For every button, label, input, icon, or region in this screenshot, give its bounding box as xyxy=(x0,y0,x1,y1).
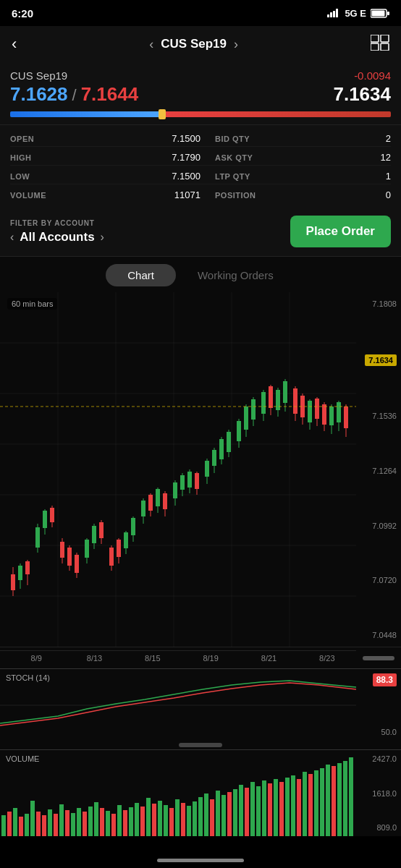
svg-rect-93 xyxy=(293,388,297,414)
place-order-button[interactable]: Place Order xyxy=(290,216,391,247)
svg-rect-166 xyxy=(326,765,330,836)
prev-symbol-button[interactable]: ‹ xyxy=(149,37,153,52)
svg-rect-150 xyxy=(233,789,237,836)
svg-rect-47 xyxy=(109,548,114,566)
y-label-3: 7.1264 xyxy=(372,467,397,475)
svg-rect-153 xyxy=(250,782,255,836)
svg-rect-161 xyxy=(297,779,301,836)
svg-rect-8 xyxy=(381,35,389,42)
svg-rect-31 xyxy=(43,511,47,528)
svg-rect-83 xyxy=(251,399,256,420)
svg-rect-159 xyxy=(285,778,290,836)
ask-qty-label: ASK QTY xyxy=(215,153,253,162)
status-time: 6:20 xyxy=(12,7,33,20)
ltp-qty-label: LTP QTY xyxy=(215,172,250,181)
main-chart-area[interactable]: 60 min bars xyxy=(0,292,356,647)
position-label: POSITION xyxy=(215,191,256,200)
svg-rect-67 xyxy=(187,472,192,488)
svg-rect-130 xyxy=(117,805,122,836)
svg-rect-37 xyxy=(67,548,72,566)
stoch-chart[interactable]: STOCH (14) xyxy=(0,669,356,741)
svg-rect-103 xyxy=(329,407,334,425)
svg-rect-148 xyxy=(221,795,226,836)
next-symbol-button[interactable]: › xyxy=(234,37,238,52)
svg-rect-75 xyxy=(219,439,224,459)
svg-rect-118 xyxy=(48,809,52,836)
svg-rect-25 xyxy=(18,566,22,580)
stoch-y-axis: 88.3 50.0 xyxy=(356,669,401,741)
svg-rect-51 xyxy=(124,532,128,548)
svg-rect-57 xyxy=(148,495,153,511)
volume-chart[interactable]: VOLUME xyxy=(0,750,356,836)
high-label: HIGH xyxy=(10,153,32,162)
svg-rect-29 xyxy=(35,527,40,548)
svg-rect-10 xyxy=(381,43,389,51)
battery-icon xyxy=(371,9,389,18)
svg-rect-122 xyxy=(71,813,75,836)
svg-rect-77 xyxy=(227,432,231,452)
svg-rect-23 xyxy=(11,574,15,590)
nav-bar: ‹ ‹ CUS Sep19 › xyxy=(0,26,401,62)
stoch-svg xyxy=(0,669,356,741)
open-row: OPEN 7.1500 xyxy=(10,131,200,147)
tab-chart[interactable]: Chart xyxy=(106,264,176,286)
account-selector[interactable]: ‹ All Accounts › xyxy=(10,230,104,244)
low-row: LOW 7.1500 xyxy=(10,169,200,184)
svg-rect-85 xyxy=(261,392,266,414)
svg-rect-141 xyxy=(181,803,185,836)
vol-y-2: 1618.0 xyxy=(372,789,397,798)
svg-rect-128 xyxy=(106,811,110,836)
volume-value: 11071 xyxy=(174,190,200,200)
svg-rect-5 xyxy=(372,10,385,16)
market-data-right: BID QTY 2 ASK QTY 12 LTP QTY 1 POSITION … xyxy=(200,131,391,203)
candlestick-chart xyxy=(0,292,356,647)
x-axis-spacer xyxy=(356,650,401,665)
filter-label: FILTER BY ACCOUNT xyxy=(10,219,104,227)
svg-rect-6 xyxy=(387,12,389,15)
drag-handle[interactable] xyxy=(179,743,222,747)
svg-rect-163 xyxy=(308,774,313,836)
x-label-1: 8/9 xyxy=(7,654,65,663)
account-text: All Accounts xyxy=(20,230,94,244)
x-axis: 8/9 8/13 8/15 8/19 8/21 8/23 xyxy=(0,650,356,665)
chart-y-axis: 7.1808 7.1634 7.1536 7.1264 7.0992 7.072… xyxy=(356,292,401,647)
status-bar: 6:20 5G E xyxy=(0,0,401,26)
ask-qty-row: ASK QTY 12 xyxy=(200,150,391,166)
x-label-4: 8/19 xyxy=(182,654,240,663)
price-bar-blue xyxy=(10,111,162,117)
svg-rect-2 xyxy=(333,11,335,17)
svg-rect-33 xyxy=(50,508,54,522)
chart-tabs: Chart Working Orders xyxy=(0,257,401,292)
svg-rect-142 xyxy=(187,806,191,836)
open-value: 7.1500 xyxy=(172,133,200,144)
back-button[interactable]: ‹ xyxy=(12,35,17,54)
grid-view-button[interactable] xyxy=(371,35,389,54)
stoch-label: STOCH (14) xyxy=(6,673,50,682)
quote-symbol: CUS Sep19 xyxy=(10,69,67,82)
market-data-left: OPEN 7.1500 HIGH 7.1790 LOW 7.1500 VOLUM… xyxy=(10,131,200,203)
svg-rect-131 xyxy=(123,810,127,836)
svg-rect-53 xyxy=(131,518,135,535)
svg-rect-129 xyxy=(111,814,116,836)
next-account-button[interactable]: › xyxy=(101,231,104,244)
svg-rect-101 xyxy=(322,404,326,425)
tab-working-orders[interactable]: Working Orders xyxy=(176,264,295,286)
ltp-qty-value: 1 xyxy=(386,171,391,182)
svg-rect-1 xyxy=(330,12,332,17)
quote-bid: 7.1628 xyxy=(10,83,68,106)
svg-rect-145 xyxy=(204,793,208,836)
y-label-6: 7.0448 xyxy=(372,631,397,639)
svg-rect-45 xyxy=(99,522,104,538)
vol-y-1: 2427.0 xyxy=(372,754,397,763)
svg-rect-112 xyxy=(13,808,17,836)
y-label-5: 7.0720 xyxy=(372,576,397,584)
price-bar xyxy=(10,111,391,117)
x-drag-handle[interactable] xyxy=(363,656,394,660)
prev-account-button[interactable]: ‹ xyxy=(10,231,14,244)
svg-rect-139 xyxy=(169,808,174,836)
high-value: 7.1790 xyxy=(172,152,200,163)
svg-rect-156 xyxy=(268,783,272,836)
volume-label: VOLUME xyxy=(6,754,39,763)
svg-rect-169 xyxy=(343,761,347,836)
svg-rect-170 xyxy=(349,757,353,836)
